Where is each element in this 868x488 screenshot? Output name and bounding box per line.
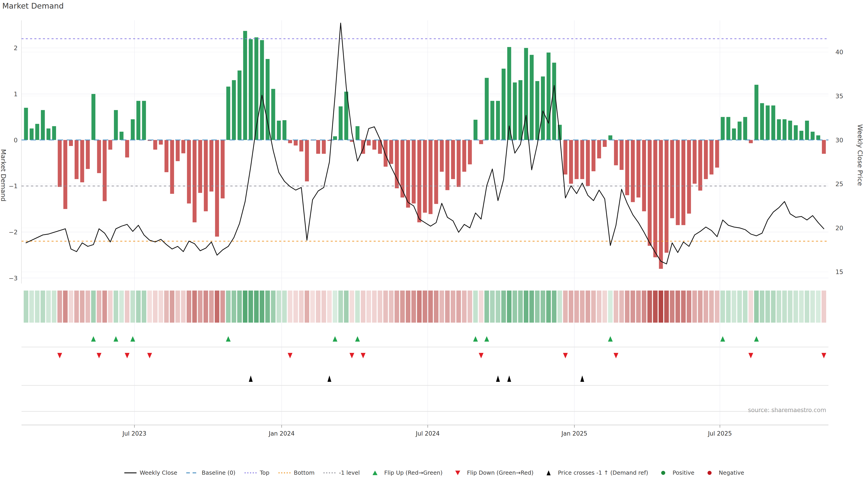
demand-bar-negative [412,140,415,203]
demand-bar-negative [625,140,629,195]
price-cross-icon [507,376,511,382]
demand-bar-negative [372,140,376,150]
demand-bar-negative [563,140,567,175]
demand-bar-negative [822,140,826,154]
demand-bar-negative [389,140,393,164]
heatmap-cell [378,291,382,323]
demand-bar-positive [811,132,814,140]
demand-bar-negative [569,140,573,184]
demand-bar-negative [603,140,607,147]
line-black-icon [124,470,137,476]
legend-item-line-black: Weekly Close [124,469,177,476]
demand-bar-positive [738,122,741,140]
heatmap-cell [737,291,742,323]
demand-bar-negative [637,140,640,198]
demand-bar-negative [692,140,696,184]
legend-label: Price crosses -1 ↑ (Demand ref) [558,469,648,476]
demand-bar-positive [547,53,550,140]
flip-down-icon [361,353,366,358]
demand-bar-negative [698,140,702,191]
heatmap-cell [108,291,113,323]
demand-bar-positive [771,105,775,140]
demand-bar-positive [260,40,264,140]
heatmap-cell [411,291,416,323]
demand-bar-negative [468,140,472,164]
heatmap-cell [344,291,348,323]
heatmap-cell [715,291,719,323]
heatmap-cell [636,291,641,323]
flip-up-icon [608,336,613,341]
flip-down-icon [614,353,618,358]
demand-bar-negative [74,140,79,179]
demand-bar-negative [159,140,163,144]
heatmap-cell [350,291,354,323]
heatmap-cell [659,291,663,323]
demand-bar-positive [35,124,39,140]
flip-up-marker-row [91,336,759,341]
heatmap-cell [546,291,551,323]
flip-up-icon [355,336,360,341]
heatmap-cell [771,291,776,323]
demand-bar-negative [221,140,224,199]
price-cross-icon [328,376,331,382]
demand-bar-negative [575,140,579,179]
flip-down-icon [748,353,753,358]
heatmap-cell [732,291,736,323]
heatmap-cell [675,291,680,323]
heatmap-cell [575,291,579,323]
legend-item-dot-orange: Bottom [278,469,315,476]
demand-bar-negative [153,140,157,150]
x-tick-label: Jul 2025 [708,430,732,437]
legend-label: Weekly Close [140,469,177,476]
flip-up-icon [226,336,230,341]
heatmap-cell [119,291,124,323]
heatmap-cell [406,291,410,323]
legend-item-tri-up-green: Flip Up (Red→Green) [368,469,442,476]
heatmap-cell [80,291,84,323]
heatmap-cell [799,291,804,323]
legend-label: Top [260,469,270,476]
flip-down-icon [349,353,354,358]
chart-page: Market Demand Market Demand Weekly Close… [0,0,868,488]
heatmap-cell [586,291,590,323]
demand-bar-negative [176,140,180,161]
heatmap-cell [142,291,146,323]
demand-bar-positive [502,69,505,140]
heatmap-cell [86,291,90,323]
heatmap-cell [24,291,28,323]
demand-bar-positive [608,135,612,140]
flip-down-icon [822,353,826,358]
demand-bar-positive [243,31,247,140]
legend-label: Bottom [294,469,315,476]
heatmap-cell [563,291,567,323]
demand-bar-positive [805,121,809,140]
legend-item-dash-blue: Baseline (0) [186,469,235,476]
heatmap-cell [456,291,461,323]
demand-bar-positive [726,117,730,140]
x-axis-tick-labels: Jul 2023Jan 2024Jul 2024Jan 2025Jul 2025 [122,425,732,437]
demand-bar-positive [541,76,545,140]
heatmap-cell [158,291,163,323]
legend-label: -1 level [339,469,360,476]
left-tick-label: −2 [8,229,18,236]
heatmap-cell [282,291,287,323]
heatmap-cell [52,291,56,323]
dash-blue-icon [186,470,199,476]
heatmap-cell [310,291,315,323]
heatmap-cell [625,291,629,323]
heatmap-cell [777,291,781,323]
left-axis-tick-labels: 210−1−2−3 [8,44,18,282]
heatmap-cell [552,291,556,323]
demand-bar-positive [519,80,522,140]
demand-bar-negative [210,140,213,192]
demand-bar-negative [653,140,657,257]
chart-legend: Weekly CloseBaseline (0)TopBottom-1 leve… [0,469,868,476]
demand-bar-negative [215,140,219,237]
x-tick-label: Jul 2024 [415,430,440,437]
demand-bar-negative [664,140,669,253]
demand-bar-positive [490,101,494,140]
demand-bar-positive [238,70,241,140]
heatmap-cell [372,291,377,323]
heatmap-cell [181,291,186,323]
heatmap-cell [816,291,820,323]
